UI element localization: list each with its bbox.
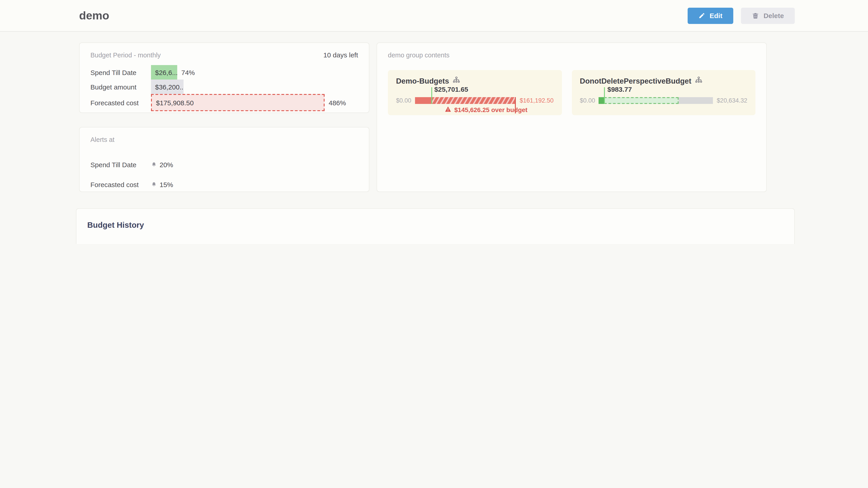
gauge-bar: $983.77 xyxy=(599,97,713,104)
gauge-min-label: $0.00 xyxy=(396,97,411,104)
budget-item-name-row: Demo-Budgets xyxy=(396,76,554,86)
gauge-marker-line xyxy=(604,87,605,104)
page-title: demo xyxy=(79,9,687,22)
budget-item-demo-budgets[interactable]: Demo-Budgets $0.00 $25,701.65 $161,192.5… xyxy=(388,70,562,115)
gauge-actual-segment xyxy=(415,97,431,104)
header-bar: demo Edit Delete xyxy=(0,0,868,32)
budget-amount-label: Budget amount xyxy=(90,83,151,91)
bell-icon xyxy=(151,182,157,187)
warning-triangle-icon xyxy=(445,106,451,113)
gauge-forecast-segment xyxy=(604,97,679,104)
alert-spend-label: Spend Till Date xyxy=(90,161,151,168)
budget-item-name-row: DonotDeletePerspectiveBudget xyxy=(580,76,747,86)
bell-icon xyxy=(151,162,157,167)
hierarchy-icon xyxy=(453,76,460,86)
gauge-max-label: $20,634.32 xyxy=(717,97,747,104)
spend-till-date-label: Spend Till Date xyxy=(90,68,151,76)
days-left-label: 10 days left xyxy=(323,51,358,59)
alert-forecast-label: Forecasted cost xyxy=(90,181,151,188)
budget-amount-chip: $36,200.... xyxy=(151,79,184,94)
alert-forecast-value: 15% xyxy=(160,181,173,188)
gauge-min-label: $0.00 xyxy=(580,97,595,104)
alert-spend-value: 20% xyxy=(160,161,173,168)
group-contents-title: demo group contents xyxy=(388,52,450,59)
alerts-card: Alerts at Spend Till Date 20% Forecasted… xyxy=(79,127,369,192)
gauge-marker-value: $983.77 xyxy=(608,86,632,93)
gauge-marker-value: $25,701.65 xyxy=(434,86,468,93)
budget-item-donotdeleteperspectivebudget[interactable]: DonotDeletePerspectiveBudget $0.00 $983.… xyxy=(572,70,755,115)
gauge-demo-budgets: $0.00 $25,701.65 $161,192.50 xyxy=(396,97,554,104)
forecasted-cost-chip: $175,908.50 xyxy=(151,94,324,111)
budget-item-name: Demo-Budgets xyxy=(396,76,449,85)
trash-icon xyxy=(752,12,759,19)
edit-button-label: Edit xyxy=(710,12,722,20)
group-contents-card: demo group contents Demo-Budgets $0.00 $… xyxy=(377,42,767,192)
over-budget-warning-text: $145,626.25 over budget xyxy=(454,106,528,113)
page: demo Edit Delete Budget Period - monthly… xyxy=(0,0,868,244)
alerts-title: Alerts at xyxy=(90,136,114,143)
gauge-overbudget-segment xyxy=(431,97,516,104)
forecasted-cost-row: Forecasted cost $175,908.50 486% xyxy=(90,94,358,111)
spend-till-date-row: Spend Till Date $26,6... 74% xyxy=(90,65,358,79)
spend-till-date-chip: $26,6... xyxy=(151,65,177,79)
gauge-dndpb: $0.00 $983.77 $20,634.32 xyxy=(580,97,747,104)
budget-period-card-header: Budget Period - monthly 10 days left xyxy=(90,51,358,59)
over-budget-warning: $145,626.25 over budget xyxy=(396,106,554,113)
budget-history-chart: $ 1200000 $ 0 Forecasted monthly costMon… xyxy=(87,242,783,244)
delete-button[interactable]: Delete xyxy=(741,7,795,24)
edit-button[interactable]: Edit xyxy=(687,7,733,24)
budget-period-title: Budget Period - monthly xyxy=(90,52,161,59)
hierarchy-icon xyxy=(695,76,703,86)
budget-item-name: DonotDeletePerspectiveBudget xyxy=(580,76,691,85)
budget-period-rows: Spend Till Date $26,6... 74% Budget amou… xyxy=(90,65,358,111)
budget-history-panel: Budget History $ 1200000 $ 0 Forecasted … xyxy=(76,208,795,244)
delete-button-label: Delete xyxy=(764,12,784,20)
gauge-actual-segment xyxy=(599,97,604,104)
content: Budget Period - monthly 10 days left Spe… xyxy=(0,32,868,244)
alert-row-spend: Spend Till Date 20% xyxy=(90,155,358,174)
budget-amount-row: Budget amount $36,200.... xyxy=(90,79,358,94)
alert-rows: Spend Till Date 20% Forecasted cost 15% xyxy=(90,155,358,194)
spend-till-date-percent: 74% xyxy=(181,68,195,76)
budget-history-title: Budget History xyxy=(87,221,783,230)
budget-period-card: Budget Period - monthly 10 days left Spe… xyxy=(79,42,369,113)
gauge-marker-line xyxy=(431,87,432,104)
alert-row-forecast: Forecasted cost 15% xyxy=(90,174,358,194)
gauge-bar: $25,701.65 xyxy=(415,97,516,104)
gauge-remaining-segment xyxy=(679,97,713,104)
forecasted-cost-label: Forecasted cost xyxy=(90,99,151,106)
forecasted-cost-percent: 486% xyxy=(329,99,346,106)
group-budget-list: Demo-Budgets $0.00 $25,701.65 $161,192.5… xyxy=(388,70,755,115)
gauge-max-label: $161,192.50 xyxy=(520,97,554,104)
gauge-max-line xyxy=(515,97,516,113)
pencil-icon xyxy=(698,12,705,19)
